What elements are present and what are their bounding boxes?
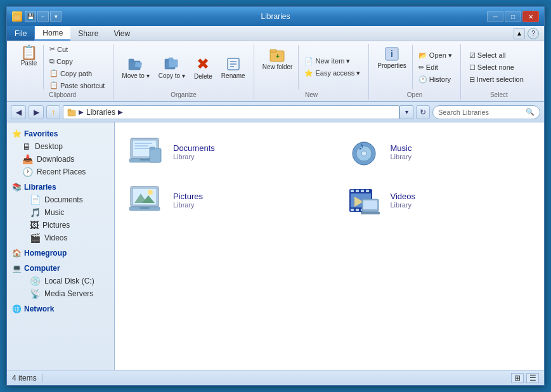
easyaccess-icon: ⭐ bbox=[304, 69, 313, 77]
close-button[interactable]: ✕ bbox=[522, 11, 539, 22]
svg-rect-1 bbox=[13, 13, 17, 15]
search-box[interactable]: Search Libraries 🔍 bbox=[432, 105, 540, 119]
ribbon-invertselection-button[interactable]: ⊟ Invert selection bbox=[466, 74, 527, 85]
svg-rect-43 bbox=[361, 190, 364, 192]
address-dropdown-button[interactable]: ▾ bbox=[399, 105, 413, 119]
sidebar-item-localdisk[interactable]: 💿 Local Disk (C:) bbox=[7, 275, 114, 287]
ribbon-copyto-button[interactable]: Copy to ▾ bbox=[155, 54, 188, 81]
organize-label: Organize bbox=[113, 91, 253, 98]
file-item-videos[interactable]: Videos Library bbox=[342, 181, 535, 219]
main-window: 💾 ← ▾ Libraries ─ □ ✕ File Home Share Vi… bbox=[6, 6, 545, 386]
ribbon-moveto-button[interactable]: Move to ▾ bbox=[119, 54, 152, 81]
save-quick-btn[interactable]: 💾 bbox=[25, 11, 36, 22]
pictures-file-type: Library bbox=[173, 201, 203, 209]
sidebar-header-network[interactable]: 🌐 Network bbox=[7, 303, 114, 315]
file-item-music[interactable]: ♪ Music Library bbox=[342, 133, 535, 171]
open-label: Open bbox=[369, 91, 460, 98]
search-icon: 🔍 bbox=[526, 108, 535, 116]
ribbon-newfolder-button[interactable]: + New folder bbox=[259, 44, 296, 91]
file-grid: Documents Library ♪ bbox=[125, 133, 534, 219]
ribbon-newitem-button[interactable]: 📄 New item ▾ bbox=[301, 56, 363, 67]
svg-rect-27 bbox=[150, 148, 161, 162]
help-icon[interactable]: ? bbox=[528, 28, 539, 39]
svg-rect-46 bbox=[356, 209, 359, 211]
minimize-button[interactable]: ─ bbox=[487, 11, 503, 22]
ribbon-selectnone-button[interactable]: ☐ Select none bbox=[466, 62, 527, 73]
ribbon-copypath-button[interactable]: 📋 Copy path bbox=[46, 68, 108, 79]
ribbon-rename-button[interactable]: Rename bbox=[218, 54, 249, 81]
svg-rect-18 bbox=[68, 110, 75, 116]
sidebar-item-mediaservers[interactable]: 📡 Media Servers bbox=[7, 287, 114, 300]
titlebar-left: 💾 ← ▾ bbox=[12, 11, 62, 22]
ribbon-cut-button[interactable]: ✂ Cut bbox=[46, 44, 108, 55]
new-label: New bbox=[254, 91, 369, 98]
svg-rect-3 bbox=[129, 59, 134, 62]
ribbon-easyaccess-button[interactable]: ⭐ Easy access ▾ bbox=[301, 68, 363, 79]
refresh-button[interactable]: ↻ bbox=[416, 105, 430, 119]
up-arrow-icon[interactable]: ▲ bbox=[514, 28, 525, 39]
app-icon bbox=[12, 11, 22, 22]
menu-file[interactable]: File bbox=[7, 26, 35, 41]
qa-dropdown-btn[interactable]: ▾ bbox=[50, 11, 62, 22]
view-details-button[interactable]: ☰ bbox=[526, 373, 539, 383]
address-path[interactable]: ▶ Libraries ▶ bbox=[63, 105, 399, 119]
sidebar-item-music[interactable]: 🎵 Music bbox=[7, 206, 114, 219]
up-button[interactable]: ↑ bbox=[46, 105, 60, 119]
ribbon-pasteshortcut-button[interactable]: 📋 Paste shortcut bbox=[46, 80, 108, 91]
recentplaces-icon: 🕐 bbox=[22, 167, 33, 177]
ribbon-history-button[interactable]: 🕐 History bbox=[415, 74, 455, 85]
sidebar-header-computer[interactable]: 💻 Computer bbox=[7, 262, 114, 275]
copy-icon: ⧉ bbox=[49, 57, 55, 65]
file-area: Documents Library ♪ bbox=[115, 122, 544, 370]
sidebar-item-downloads[interactable]: 📥 Downloads bbox=[7, 153, 114, 166]
ribbon-copy-button[interactable]: ⧉ Copy bbox=[46, 56, 108, 67]
main-content: ⭐ Favorites 🖥 Desktop 📥 Downloads 🕐 Rece… bbox=[7, 122, 544, 370]
sidebar-item-videos[interactable]: 🎬 Videos bbox=[7, 232, 114, 244]
titlebar: 💾 ← ▾ Libraries ─ □ ✕ bbox=[7, 7, 544, 26]
ribbon-selectall-button[interactable]: ☑ Select all bbox=[466, 50, 527, 61]
ribbon-delete-button[interactable]: ✖ Delete bbox=[191, 53, 216, 82]
menu-view[interactable]: View bbox=[106, 26, 138, 41]
path-libraries[interactable]: Libraries bbox=[86, 108, 115, 117]
svg-rect-23 bbox=[134, 145, 148, 147]
ribbon-open-button[interactable]: 📂 Open ▾ bbox=[415, 50, 455, 61]
pasteshortcut-icon: 📋 bbox=[49, 81, 58, 89]
file-item-documents[interactable]: Documents Library bbox=[125, 133, 317, 171]
moveto-icon bbox=[127, 56, 144, 72]
ribbon-group-open: i Properties 📂 Open ▾ ✏ Edit 🕐 bbox=[369, 44, 461, 100]
localdisk-icon: 💿 bbox=[30, 276, 41, 286]
sidebar-item-documents[interactable]: 📄 Documents bbox=[7, 193, 114, 206]
ribbon-edit-button[interactable]: ✏ Edit bbox=[415, 62, 455, 73]
back-quick-btn[interactable]: ← bbox=[37, 11, 49, 22]
menu-right-actions: ▲ ? bbox=[514, 26, 544, 41]
view-largeicons-button[interactable]: ⊞ bbox=[511, 373, 524, 383]
sidebar-item-recentplaces[interactable]: 🕐 Recent Places bbox=[7, 166, 114, 178]
svg-rect-42 bbox=[356, 190, 359, 192]
menu-home[interactable]: Home bbox=[35, 26, 70, 41]
pictures-icon: 🖼 bbox=[30, 220, 39, 230]
sidebar-header-favorites[interactable]: ⭐ Favorites bbox=[7, 127, 114, 140]
svg-rect-22 bbox=[134, 143, 152, 144]
menu-share[interactable]: Share bbox=[70, 26, 106, 41]
history-icon: 🕐 bbox=[418, 75, 427, 84]
mediaservers-icon: 📡 bbox=[30, 289, 41, 299]
svg-rect-19 bbox=[68, 109, 71, 111]
file-item-pictures[interactable]: Pictures Library bbox=[125, 181, 317, 219]
documents-file-type: Library bbox=[173, 153, 215, 160]
sidebar-header-libraries[interactable]: 📚 Libraries bbox=[7, 181, 114, 193]
maximize-button[interactable]: □ bbox=[505, 11, 521, 22]
ribbon-properties-button[interactable]: i Properties bbox=[374, 44, 410, 91]
back-button[interactable]: ◀ bbox=[11, 105, 26, 119]
ribbon-group-organize: Move to ▾ Copy to ▾ ✖ Delete bbox=[113, 44, 254, 100]
ribbon-paste-button[interactable]: 📋 Paste bbox=[17, 44, 41, 91]
delete-icon: ✖ bbox=[197, 55, 209, 73]
sidebar-item-desktop[interactable]: 🖥 Desktop bbox=[7, 140, 114, 153]
forward-button[interactable]: ▶ bbox=[29, 105, 44, 119]
svg-rect-7 bbox=[169, 60, 178, 67]
svg-rect-0 bbox=[13, 15, 21, 20]
libraries-icon: 📚 bbox=[12, 183, 22, 192]
sidebar-header-homegroup[interactable]: 🏠 Homegroup bbox=[7, 247, 114, 259]
sidebar-item-pictures[interactable]: 🖼 Pictures bbox=[7, 219, 114, 232]
select-label: Select bbox=[461, 91, 537, 98]
svg-rect-24 bbox=[134, 148, 150, 149]
